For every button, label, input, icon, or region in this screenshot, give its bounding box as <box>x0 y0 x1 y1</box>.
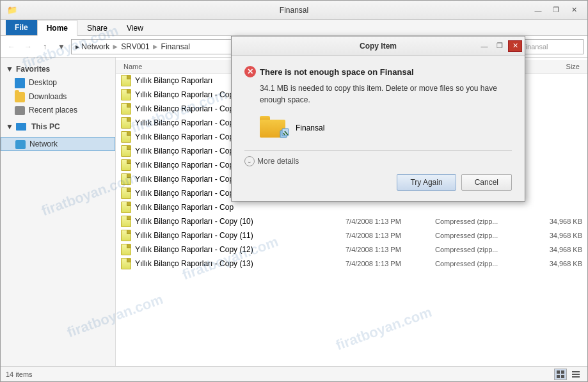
sep-2: ► <box>152 42 159 51</box>
try-again-button[interactable]: Try Again <box>397 174 456 191</box>
forward-button[interactable]: → <box>21 40 35 54</box>
title-icon-1: 📁 <box>6 5 19 15</box>
zip-icon <box>121 117 131 129</box>
network-icon <box>15 140 26 149</box>
table-row[interactable]: Yıllık Bilanço Raporları - Copy (11) 7/4… <box>116 228 587 243</box>
cancel-button[interactable]: Cancel <box>461 174 512 191</box>
table-row[interactable]: Yıllık Bilanço Raporları - Copy (12) 7/4… <box>116 243 587 257</box>
ribbon: File Home Share View <box>1 20 587 36</box>
dialog-folder-area: Finansal <box>260 116 512 140</box>
copy-dialog: Copy Item — ❐ ✕ ✕ There is not enough sp… <box>231 36 525 202</box>
dialog-error-text: There is not enough space on Finansal <box>260 67 414 77</box>
recent-locations-button[interactable]: ▼ <box>54 40 68 54</box>
details-view-btn[interactable] <box>569 369 582 380</box>
sidebar-desktop-label: Desktop <box>29 78 57 87</box>
zip-icon <box>121 159 131 171</box>
table-row[interactable]: Yıllık Bilanço Raporları - Copy (13) 7/4… <box>116 257 587 271</box>
title-bar-icons: 📁 <box>6 5 19 15</box>
tab-home[interactable]: Home <box>37 20 77 36</box>
zip-icon <box>121 244 131 255</box>
close-button[interactable]: ✕ <box>566 4 582 17</box>
svg-rect-6 <box>572 376 580 378</box>
thispc-label: This PC <box>31 122 60 131</box>
sidebar-section-favorites: ▼ Favorites Desktop Downloads Recent pla… <box>1 63 115 116</box>
table-row[interactable]: Yıllık Bilanço Raporları - Cop <box>116 200 587 214</box>
zip-icon <box>121 103 131 115</box>
zip-icon <box>121 89 131 100</box>
tab-view[interactable]: View <box>117 20 153 36</box>
svg-rect-4 <box>572 371 580 372</box>
thispc-icon <box>16 123 26 131</box>
svg-rect-5 <box>572 374 580 375</box>
sidebar-recent-label: Recent places <box>29 106 77 115</box>
zip-icon <box>121 216 131 227</box>
desktop-icon <box>15 78 25 88</box>
zip-icon <box>121 230 131 241</box>
address-part-network: ▸ Network <box>75 42 109 51</box>
dialog-divider <box>244 150 512 151</box>
dialog-content: ✕ There is not enough space on Finansal … <box>232 56 525 201</box>
chevron-down-icon: ⌄ <box>244 156 255 166</box>
more-details-row[interactable]: ⌄ More details <box>244 156 512 166</box>
dialog-minimize-btn[interactable]: — <box>477 40 491 52</box>
address-part-finansal: Finansal <box>161 42 190 51</box>
svg-rect-1 <box>561 370 564 374</box>
error-icon: ✕ <box>244 66 256 77</box>
dialog-buttons: Try Again Cancel <box>244 174 512 193</box>
zip-icon <box>121 173 131 185</box>
status-bar: 14 items <box>1 366 587 381</box>
tab-share[interactable]: Share <box>77 20 117 36</box>
tab-file[interactable]: File <box>6 20 37 35</box>
sidebar-item-recent[interactable]: Recent places <box>1 104 115 116</box>
sidebar-item-desktop[interactable]: Desktop <box>1 76 115 90</box>
up-button[interactable]: ↑ <box>38 40 52 54</box>
item-count: 14 items <box>6 370 33 378</box>
copy-anim-icon <box>279 127 290 139</box>
dialog-error-body: 34.1 MB is needed to copy this item. Del… <box>260 83 512 106</box>
more-details-label: More details <box>257 157 299 166</box>
view-controls <box>554 369 582 380</box>
main-window: firatboyan.com firatboyan.com firatboyan… <box>0 0 588 382</box>
sidebar-downloads-label: Downloads <box>29 92 67 101</box>
zip-icon <box>121 187 131 199</box>
sidebar-network-label: Network <box>29 139 58 148</box>
dialog-controls: — ❐ ✕ <box>477 40 522 52</box>
title-bar-left: 📁 <box>6 5 19 15</box>
dialog-title: Copy Item <box>360 42 397 51</box>
sep-1: ► <box>111 42 119 51</box>
dialog-restore-btn[interactable]: ❐ <box>493 40 507 52</box>
col-header-size[interactable]: Size <box>525 61 582 72</box>
sidebar-section-thispc: ▼ This PC <box>1 120 115 133</box>
dialog-error-header: ✕ There is not enough space on Finansal <box>244 66 512 77</box>
folder-icon-downloads <box>15 92 25 102</box>
svg-rect-2 <box>557 375 560 378</box>
svg-rect-0 <box>557 370 560 374</box>
table-row[interactable]: Yıllık Bilanço Raporları - Copy (10) 7/4… <box>116 214 587 228</box>
dialog-close-btn[interactable]: ✕ <box>508 40 522 52</box>
sidebar-section-network: Network <box>1 137 115 151</box>
restore-button[interactable]: ❐ <box>548 4 564 17</box>
address-part-srv: SRV001 <box>121 42 149 51</box>
recent-icon <box>15 106 25 115</box>
zip-icon <box>121 145 131 157</box>
thispc-chevron: ▼ <box>6 122 13 131</box>
window-title: Finansal <box>280 6 308 15</box>
minimize-button[interactable]: — <box>530 4 546 17</box>
window-controls: — ❐ ✕ <box>530 4 582 17</box>
large-icons-view-btn[interactable] <box>554 369 567 380</box>
zip-icon <box>121 75 131 86</box>
title-bar: 📁 Finansal — ❐ ✕ <box>1 1 587 20</box>
sidebar-item-network[interactable]: Network <box>1 137 115 151</box>
zip-icon <box>121 202 131 213</box>
ribbon-tabs: File Home Share View <box>1 20 587 35</box>
favorites-label: Favorites <box>16 65 50 74</box>
back-button[interactable]: ← <box>4 40 19 54</box>
dialog-folder-label: Finansal <box>296 123 324 132</box>
dialog-title-bar: Copy Item — ❐ ✕ <box>232 36 525 56</box>
details-icon <box>572 370 580 378</box>
favorites-header[interactable]: ▼ Favorites <box>1 63 115 76</box>
sidebar-item-downloads[interactable]: Downloads <box>1 90 115 104</box>
svg-rect-3 <box>561 375 564 378</box>
thispc-header[interactable]: ▼ This PC <box>1 120 115 133</box>
zip-icon <box>121 131 131 143</box>
